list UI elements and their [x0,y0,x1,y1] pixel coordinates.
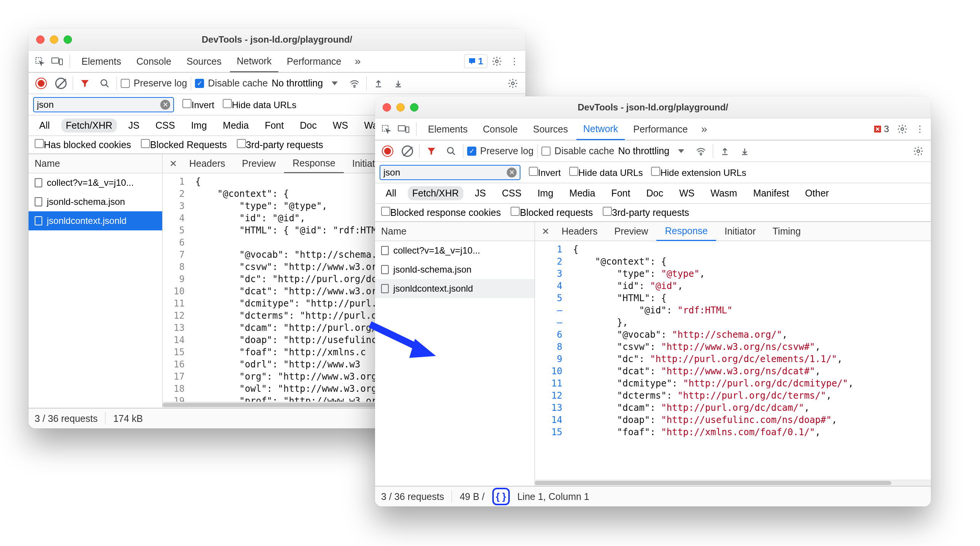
tab-headers[interactable]: Headers [553,222,606,241]
type-font[interactable]: Font [607,186,635,200]
response-code[interactable]: 1 2 3 4 5 – – 6 8 9 10 11 12 13 14 15 { … [535,241,931,480]
tab-console[interactable]: Console [476,118,525,140]
record-button[interactable] [380,143,396,159]
filter-text-input[interactable] [37,99,157,110]
hide-extension-urls-checkbox[interactable]: Hide extension URLs [651,167,746,178]
type-doc[interactable]: Doc [642,186,667,200]
tab-network[interactable]: Network [230,51,279,72]
minimize-icon[interactable] [50,35,58,44]
titlebar[interactable]: DevTools - json-ld.org/playground/ [375,96,931,118]
device-toggle-icon[interactable] [396,121,412,137]
filter-icon[interactable] [423,143,439,159]
clear-filter-icon[interactable]: ✕ [160,100,170,110]
type-manifest[interactable]: Manifest [749,186,793,200]
inspect-icon[interactable] [378,121,394,137]
upload-icon[interactable] [717,143,733,159]
kebab-icon[interactable]: ⋮ [506,53,522,69]
wifi-icon[interactable] [346,75,362,91]
tab-initiator[interactable]: Initiator [716,222,764,241]
request-row[interactable]: jsonld-schema.json [375,260,535,279]
type-other[interactable]: Other [801,186,834,200]
tab-sources[interactable]: Sources [526,118,575,140]
throttling-chevron-icon[interactable] [673,143,689,159]
hide-data-urls-checkbox[interactable]: Hide data URLs [569,167,643,178]
errors-badge[interactable]: 3 [870,122,893,136]
tab-elements[interactable]: Elements [75,51,128,72]
settings-icon[interactable] [505,75,521,91]
filter-input[interactable]: ✕ [380,165,520,180]
tab-console[interactable]: Console [129,51,178,72]
clear-filter-icon[interactable]: ✕ [507,168,517,177]
minimize-icon[interactable] [396,103,405,112]
tab-performance[interactable]: Performance [280,51,348,72]
more-tabs-icon[interactable]: » [350,53,366,69]
type-fetch-xhr[interactable]: Fetch/XHR [61,118,117,133]
search-icon[interactable] [443,143,459,159]
pretty-print-button[interactable]: { } [492,488,510,505]
settings-icon[interactable] [489,53,505,69]
download-icon[interactable] [390,75,406,91]
type-css[interactable]: CSS [151,118,179,133]
maximize-icon[interactable] [64,35,72,44]
invert-checkbox[interactable]: Invert [182,99,214,110]
upload-icon[interactable] [370,75,386,91]
throttling-chevron-icon[interactable] [327,75,343,91]
throttling-select[interactable]: No throttling [618,145,669,156]
device-toggle-icon[interactable] [49,53,65,69]
tab-headers[interactable]: Headers [181,154,234,173]
type-media[interactable]: Media [218,118,253,133]
close-detail-icon[interactable]: ✕ [538,226,553,237]
filter-input[interactable]: ✕ [33,97,174,112]
settings-icon[interactable] [894,121,910,137]
tab-sources[interactable]: Sources [180,51,228,72]
blocked-response-cookies-checkbox[interactable]: Blocked response cookies [381,207,501,218]
kebab-icon[interactable]: ⋮ [912,121,928,137]
invert-checkbox[interactable]: Invert [529,167,561,178]
request-row-selected[interactable]: jsonldcontext.jsonld [29,211,162,230]
name-column-header[interactable]: Name [29,154,162,173]
throttling-select[interactable]: No throttling [271,78,323,89]
preserve-log-checkbox[interactable]: Preserve log [121,78,187,89]
type-fetch-xhr[interactable]: Fetch/XHR [408,186,463,200]
issues-badge[interactable]: 1 [464,54,487,68]
titlebar[interactable]: DevTools - json-ld.org/playground/ [29,29,525,51]
type-css[interactable]: CSS [497,186,526,200]
inspect-icon[interactable] [32,53,48,69]
blocked-requests-checkbox[interactable]: Blocked Requests [141,139,227,150]
type-js[interactable]: JS [124,118,144,133]
type-media[interactable]: Media [565,186,600,200]
close-icon[interactable] [383,103,391,112]
type-ws[interactable]: WS [328,118,353,133]
clear-button[interactable] [399,143,415,159]
download-icon[interactable] [737,143,753,159]
tab-timing[interactable]: Timing [764,222,809,241]
horizontal-scrollbar[interactable] [535,480,931,486]
request-row[interactable]: collect?v=1&_v=j10... [375,241,535,260]
type-all[interactable]: All [381,186,401,200]
disable-cache-checkbox[interactable]: Disable cache [195,78,268,89]
maximize-icon[interactable] [410,103,418,112]
third-party-checkbox[interactable]: 3rd-party requests [603,207,689,218]
request-row[interactable]: jsonld-schema.json [29,192,162,211]
hide-data-urls-checkbox[interactable]: Hide data URLs [223,99,296,110]
tab-elements[interactable]: Elements [421,118,474,140]
tab-response[interactable]: Response [284,155,344,173]
record-button[interactable] [33,75,49,91]
filter-text-input[interactable] [383,167,504,178]
preserve-log-checkbox[interactable]: Preserve log [467,145,533,156]
wifi-icon[interactable] [693,143,709,159]
type-img[interactable]: Img [533,186,558,200]
tab-preview[interactable]: Preview [234,154,284,173]
type-font[interactable]: Font [260,118,288,133]
request-row[interactable]: collect?v=1&_v=j10... [29,173,162,192]
type-ws[interactable]: WS [675,186,699,200]
more-tabs-icon[interactable]: » [696,121,712,137]
tab-performance[interactable]: Performance [626,118,694,140]
name-column-header[interactable]: Name [375,222,535,241]
tab-response[interactable]: Response [656,222,716,241]
has-blocked-cookies-checkbox[interactable]: Has blocked cookies [35,139,131,150]
type-all[interactable]: All [35,118,54,133]
type-js[interactable]: JS [470,186,490,200]
request-row[interactable]: jsonldcontext.jsonld [375,279,535,298]
tab-preview[interactable]: Preview [606,222,657,241]
